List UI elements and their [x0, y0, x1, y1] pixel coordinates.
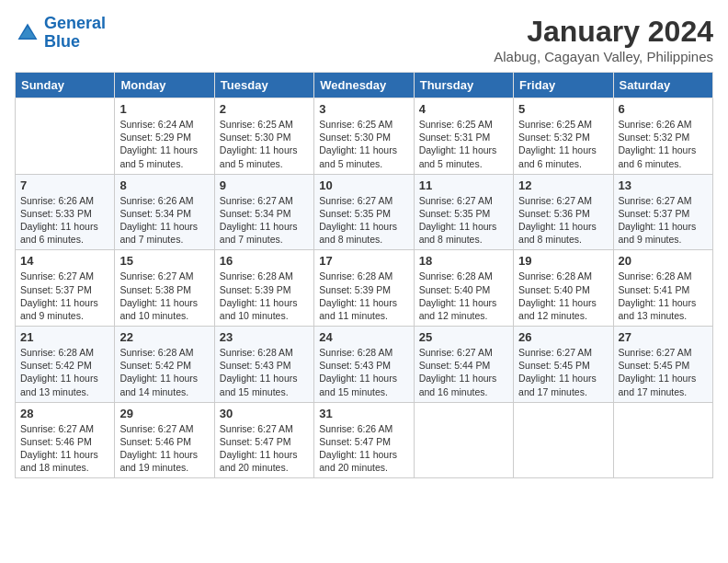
day-number: 6	[619, 102, 708, 116]
calendar-cell: 31Sunrise: 6:26 AMSunset: 5:47 PMDayligh…	[314, 402, 414, 478]
day-info: Sunrise: 6:27 AMSunset: 5:47 PMDaylight:…	[220, 422, 309, 475]
day-number: 9	[220, 178, 309, 192]
day-info: Sunrise: 6:28 AMSunset: 5:43 PMDaylight:…	[319, 346, 408, 398]
weekday-header-row: SundayMondayTuesdayWednesdayThursdayFrid…	[16, 73, 713, 98]
calendar-cell	[514, 402, 613, 478]
calendar-cell: 16Sunrise: 6:28 AMSunset: 5:39 PMDayligh…	[214, 250, 313, 327]
day-info: Sunrise: 6:27 AMSunset: 5:46 PMDaylight:…	[119, 422, 209, 475]
calendar-cell: 2Sunrise: 6:25 AMSunset: 5:30 PMDaylight…	[214, 98, 313, 175]
day-info: Sunrise: 6:27 AMSunset: 5:44 PMDaylight:…	[419, 346, 508, 398]
day-number: 31	[319, 407, 408, 420]
weekday-header-tuesday: Tuesday	[214, 73, 313, 98]
day-number: 11	[419, 178, 508, 192]
day-number: 13	[619, 178, 708, 192]
calendar-cell	[613, 402, 712, 478]
calendar-table: SundayMondayTuesdayWednesdayThursdayFrid…	[15, 72, 713, 478]
day-number: 4	[419, 102, 508, 116]
day-info: Sunrise: 6:27 AMSunset: 5:36 PMDaylight:…	[518, 194, 608, 247]
calendar-week-3: 14Sunrise: 6:27 AMSunset: 5:37 PMDayligh…	[16, 250, 713, 327]
calendar-cell: 9Sunrise: 6:27 AMSunset: 5:34 PMDaylight…	[214, 174, 313, 250]
page-header: General Blue January 2024 Alabug, Cagaya…	[15, 15, 713, 64]
weekday-header-saturday: Saturday	[613, 73, 712, 98]
calendar-cell: 19Sunrise: 6:28 AMSunset: 5:40 PMDayligh…	[514, 250, 613, 327]
calendar-cell: 3Sunrise: 6:25 AMSunset: 5:30 PMDaylight…	[314, 98, 414, 175]
day-info: Sunrise: 6:25 AMSunset: 5:31 PMDaylight:…	[419, 118, 508, 170]
day-info: Sunrise: 6:28 AMSunset: 5:39 PMDaylight:…	[319, 270, 408, 322]
calendar-cell: 25Sunrise: 6:27 AMSunset: 5:44 PMDayligh…	[414, 327, 513, 403]
day-info: Sunrise: 6:25 AMSunset: 5:30 PMDaylight:…	[220, 118, 309, 170]
day-info: Sunrise: 6:25 AMSunset: 5:32 PMDaylight:…	[518, 118, 608, 170]
calendar-cell: 8Sunrise: 6:26 AMSunset: 5:34 PMDaylight…	[115, 174, 214, 250]
day-info: Sunrise: 6:26 AMSunset: 5:47 PMDaylight:…	[319, 422, 408, 475]
calendar-cell: 17Sunrise: 6:28 AMSunset: 5:39 PMDayligh…	[314, 250, 414, 327]
calendar-cell: 4Sunrise: 6:25 AMSunset: 5:31 PMDaylight…	[414, 98, 513, 175]
day-number: 12	[518, 178, 608, 192]
day-info: Sunrise: 6:24 AMSunset: 5:29 PMDaylight:…	[119, 118, 209, 170]
calendar-week-5: 28Sunrise: 6:27 AMSunset: 5:46 PMDayligh…	[16, 402, 713, 478]
calendar-week-2: 7Sunrise: 6:26 AMSunset: 5:33 PMDaylight…	[16, 174, 713, 250]
day-info: Sunrise: 6:28 AMSunset: 5:42 PMDaylight:…	[119, 346, 209, 398]
month-title: January 2024	[494, 15, 713, 49]
calendar-cell: 6Sunrise: 6:26 AMSunset: 5:32 PMDaylight…	[613, 98, 712, 175]
day-info: Sunrise: 6:28 AMSunset: 5:39 PMDaylight:…	[220, 270, 309, 322]
weekday-header-friday: Friday	[514, 73, 613, 98]
logo-icon	[15, 20, 40, 46]
weekday-header-monday: Monday	[115, 73, 214, 98]
calendar-cell: 15Sunrise: 6:27 AMSunset: 5:38 PMDayligh…	[115, 250, 214, 327]
weekday-header-sunday: Sunday	[16, 73, 115, 98]
calendar-cell: 24Sunrise: 6:28 AMSunset: 5:43 PMDayligh…	[314, 327, 414, 403]
day-number: 28	[20, 407, 109, 420]
day-number: 26	[518, 330, 608, 344]
calendar-cell: 1Sunrise: 6:24 AMSunset: 5:29 PMDaylight…	[115, 98, 214, 175]
day-info: Sunrise: 6:28 AMSunset: 5:42 PMDaylight:…	[20, 346, 109, 398]
calendar-cell	[16, 98, 115, 175]
day-number: 17	[319, 254, 408, 268]
day-number: 19	[518, 254, 608, 268]
calendar-cell: 27Sunrise: 6:27 AMSunset: 5:45 PMDayligh…	[613, 327, 712, 403]
day-number: 18	[419, 254, 508, 268]
weekday-header-thursday: Thursday	[414, 73, 513, 98]
day-number: 8	[119, 178, 209, 192]
weekday-header-wednesday: Wednesday	[314, 73, 414, 98]
day-number: 29	[119, 407, 209, 420]
calendar-cell: 22Sunrise: 6:28 AMSunset: 5:42 PMDayligh…	[115, 327, 214, 403]
day-number: 22	[119, 330, 209, 344]
day-number: 10	[319, 178, 408, 192]
day-info: Sunrise: 6:28 AMSunset: 5:43 PMDaylight:…	[220, 346, 309, 398]
day-info: Sunrise: 6:27 AMSunset: 5:38 PMDaylight:…	[119, 270, 209, 322]
day-number: 16	[220, 254, 309, 268]
calendar-cell: 30Sunrise: 6:27 AMSunset: 5:47 PMDayligh…	[214, 402, 313, 478]
day-info: Sunrise: 6:28 AMSunset: 5:40 PMDaylight:…	[518, 270, 608, 322]
day-number: 21	[20, 330, 109, 344]
day-number: 27	[619, 330, 708, 344]
day-number: 5	[518, 102, 608, 116]
calendar-cell: 5Sunrise: 6:25 AMSunset: 5:32 PMDaylight…	[514, 98, 613, 175]
day-info: Sunrise: 6:27 AMSunset: 5:45 PMDaylight:…	[518, 346, 608, 398]
calendar-cell: 29Sunrise: 6:27 AMSunset: 5:46 PMDayligh…	[115, 402, 214, 478]
day-info: Sunrise: 6:27 AMSunset: 5:37 PMDaylight:…	[20, 270, 109, 322]
title-block: January 2024 Alabug, Cagayan Valley, Phi…	[494, 15, 713, 64]
day-number: 2	[220, 102, 309, 116]
day-number: 15	[119, 254, 209, 268]
day-info: Sunrise: 6:26 AMSunset: 5:34 PMDaylight:…	[119, 194, 209, 247]
calendar-cell: 14Sunrise: 6:27 AMSunset: 5:37 PMDayligh…	[16, 250, 115, 327]
calendar-cell: 21Sunrise: 6:28 AMSunset: 5:42 PMDayligh…	[16, 327, 115, 403]
day-info: Sunrise: 6:25 AMSunset: 5:30 PMDaylight:…	[319, 118, 408, 170]
logo-text: General Blue	[44, 15, 106, 52]
calendar-cell: 10Sunrise: 6:27 AMSunset: 5:35 PMDayligh…	[314, 174, 414, 250]
calendar-cell: 28Sunrise: 6:27 AMSunset: 5:46 PMDayligh…	[16, 402, 115, 478]
day-info: Sunrise: 6:28 AMSunset: 5:40 PMDaylight:…	[419, 270, 508, 322]
calendar-cell: 11Sunrise: 6:27 AMSunset: 5:35 PMDayligh…	[414, 174, 513, 250]
calendar-cell: 20Sunrise: 6:28 AMSunset: 5:41 PMDayligh…	[613, 250, 712, 327]
calendar-week-1: 1Sunrise: 6:24 AMSunset: 5:29 PMDaylight…	[16, 98, 713, 175]
calendar-cell: 13Sunrise: 6:27 AMSunset: 5:37 PMDayligh…	[613, 174, 712, 250]
day-number: 24	[319, 330, 408, 344]
day-info: Sunrise: 6:27 AMSunset: 5:45 PMDaylight:…	[619, 346, 708, 398]
day-number: 7	[20, 178, 109, 192]
day-info: Sunrise: 6:27 AMSunset: 5:46 PMDaylight:…	[20, 422, 109, 475]
day-info: Sunrise: 6:27 AMSunset: 5:35 PMDaylight:…	[319, 194, 408, 247]
day-info: Sunrise: 6:28 AMSunset: 5:41 PMDaylight:…	[619, 270, 708, 322]
day-number: 23	[220, 330, 309, 344]
calendar-cell: 18Sunrise: 6:28 AMSunset: 5:40 PMDayligh…	[414, 250, 513, 327]
day-info: Sunrise: 6:26 AMSunset: 5:32 PMDaylight:…	[619, 118, 708, 170]
